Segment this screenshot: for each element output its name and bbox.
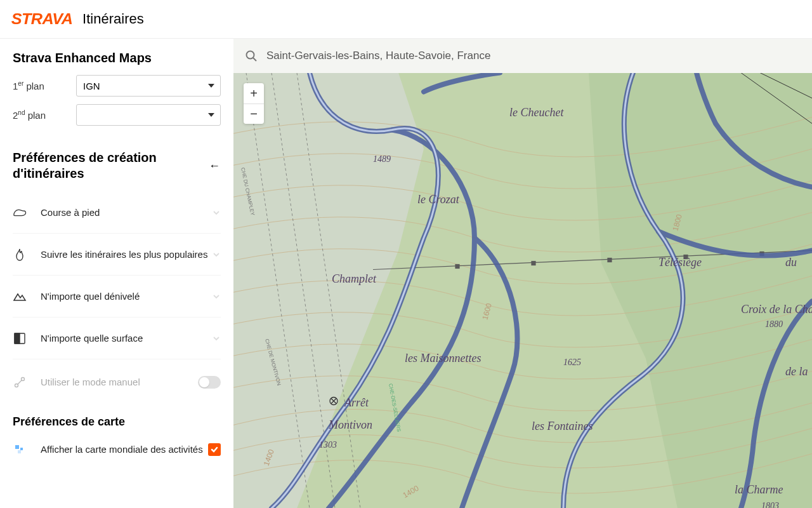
flame-icon [13,248,27,262]
popularity-label: Suivre les itinéraires les plus populair… [41,248,212,261]
plan1-select[interactable]: IGN [76,75,221,97]
svg-rect-10 [532,262,535,265]
svg-point-3 [22,378,25,381]
map-label-les-fontaines: les Fontaines [532,420,593,432]
svg-rect-6 [18,450,21,453]
elevation-label: N'importe quel dénivelé [41,290,212,303]
surface-option[interactable]: N'importe quelle surface [13,318,221,359]
mountain-icon [13,290,27,304]
sidebar: Strava Enhanced Maps 1er plan IGN 2nd pl… [0,38,233,508]
heatmap-checkbox[interactable] [208,443,221,456]
manual-mode-row: Utiliser le mode manuel [13,359,221,401]
plan1-label: 1er plan [13,80,76,91]
collapse-sidebar-button[interactable]: ← [206,157,221,175]
map-prefs-title: Préférences de carte [13,415,221,429]
app-header: STRAVA Itinéraires [0,0,812,38]
activity-type-option[interactable]: Course à pied [13,192,221,234]
maps-section-title: Strava Enhanced Maps [13,50,221,66]
zoom-controls: + − [244,83,264,124]
chevron-down-icon [212,334,221,343]
elev-1489: 1489 [373,154,391,164]
search-bar [233,39,812,73]
plan2-label: 2nd plan [13,109,76,121]
heatmap-row[interactable]: Afficher la carte mondiale des activités [13,440,221,459]
plan2-row: 2nd plan [13,104,221,126]
svg-point-2 [15,384,18,387]
map-label-le-crozat: le Crozat [417,193,460,206]
elevation-option[interactable]: N'importe quel dénivelé [13,276,221,318]
run-icon [13,206,27,220]
zoom-in-button[interactable]: + [244,83,264,104]
search-input[interactable] [266,50,801,62]
heatmap-label: Afficher la carte mondiale des activités [41,443,203,456]
svg-rect-9 [455,265,459,269]
plan2-select[interactable] [76,104,221,126]
page-title: Itinéraires [82,11,144,27]
route-prefs-title: Préférences de création d'itinéraires [13,150,206,182]
search-icon [245,50,258,62]
map-canvas[interactable]: le Cheuchet le Crozat Champlet Télésiège… [233,73,812,508]
map-label-la-charme: la Charme [735,483,783,496]
map-label-arret: Arrêt [344,396,369,409]
elev-1625: 1625 [563,358,581,367]
map-area[interactable]: + − [233,38,812,508]
zoom-out-button[interactable]: − [244,104,264,124]
manual-icon [13,375,27,389]
chevron-down-icon [212,292,221,301]
surface-label: N'importe quelle surface [41,332,212,345]
svg-rect-1 [15,333,20,344]
svg-rect-4 [15,445,19,449]
chevron-down-icon [212,208,221,217]
chevron-down-icon [212,250,221,259]
map-label-telesiege: Télésiège [658,256,702,269]
svg-point-7 [247,51,254,59]
surface-icon [13,331,27,345]
manual-mode-toggle[interactable] [198,376,221,389]
svg-rect-5 [20,448,23,450]
map-label-champlet: Champlet [332,272,377,285]
map-label-de-la: de la [785,365,808,378]
map-label-le-cheuchet: le Cheuchet [509,106,564,119]
map-label-croix: Croix de la Cha [741,303,812,316]
map-label-montivon: Montivon [328,418,372,431]
elev-1803: 1803 [761,501,779,509]
map-label-les-maisonnettes: les Maisonnettes [405,352,481,364]
manual-mode-label: Utiliser le mode manuel [41,376,198,389]
plan1-row: 1er plan IGN [13,75,221,97]
svg-rect-11 [608,258,612,262]
heatmap-icon [13,443,27,457]
elev-1880: 1880 [765,319,783,329]
elev-1303: 1303 [319,440,337,450]
strava-logo[interactable]: STRAVA [11,10,73,28]
map-label-du: du [785,256,797,269]
popularity-option[interactable]: Suivre les itinéraires les plus populair… [13,234,221,276]
activity-type-label: Course à pied [41,206,212,219]
